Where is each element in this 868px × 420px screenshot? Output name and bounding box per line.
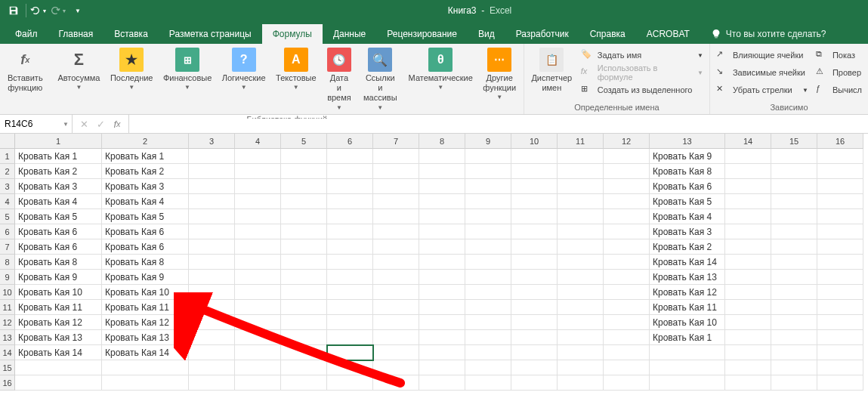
cell[interactable]: Кровать Кая 3 — [650, 224, 725, 239]
undo-button[interactable]: ▼ — [29, 2, 48, 19]
cell[interactable] — [235, 300, 281, 315]
cell[interactable] — [725, 224, 771, 239]
row-header[interactable]: 8 — [0, 255, 15, 270]
cell[interactable] — [327, 375, 373, 391]
cell[interactable] — [281, 285, 327, 300]
cell[interactable] — [189, 194, 235, 209]
use-in-formula-button[interactable]: fx Использовать в формуле ▼ — [578, 64, 706, 81]
cell[interactable] — [419, 164, 465, 179]
cell[interactable] — [511, 194, 558, 209]
column-header[interactable]: 10 — [511, 134, 558, 149]
cell[interactable] — [604, 315, 650, 330]
cell[interactable]: Кровать Кая 3 — [15, 179, 102, 194]
tab-developer[interactable]: Разработчик — [505, 24, 579, 44]
cell[interactable]: Кровать Кая 1 — [15, 149, 102, 164]
cell[interactable] — [102, 360, 189, 375]
cell[interactable] — [725, 285, 771, 300]
cell[interactable] — [771, 239, 817, 255]
cell[interactable]: Кровать Кая 10 — [102, 285, 189, 300]
name-manager-button[interactable]: 📋 Диспетчер имен — [527, 45, 576, 95]
cell[interactable] — [327, 149, 373, 164]
column-header[interactable]: 14 — [725, 134, 771, 149]
cell[interactable] — [558, 209, 604, 224]
cell[interactable] — [771, 179, 817, 194]
cell[interactable] — [558, 149, 604, 164]
cell[interactable] — [558, 360, 604, 375]
chevron-down-icon[interactable]: ▼ — [63, 121, 69, 128]
cell[interactable] — [725, 149, 771, 164]
cell[interactable]: Кровать Кая 9 — [102, 270, 189, 285]
cell[interactable] — [558, 345, 604, 360]
cell[interactable] — [373, 360, 419, 375]
cell[interactable] — [327, 179, 373, 194]
cell[interactable] — [465, 239, 511, 255]
cell[interactable] — [771, 209, 817, 224]
cell[interactable]: Кровать Кая 5 — [650, 194, 725, 209]
column-header[interactable]: 4 — [235, 134, 281, 149]
cell[interactable]: Кровать Кая 13 — [650, 270, 725, 285]
cell[interactable] — [235, 164, 281, 179]
cell[interactable] — [373, 345, 419, 360]
cell[interactable] — [604, 149, 650, 164]
cell[interactable] — [817, 300, 863, 315]
cell[interactable] — [465, 300, 511, 315]
cell[interactable] — [558, 224, 604, 239]
recent-functions-button[interactable]: ★ Последние▼ — [106, 45, 157, 93]
cell[interactable] — [725, 239, 771, 255]
cell[interactable] — [465, 149, 511, 164]
cell[interactable] — [102, 375, 189, 391]
text-button[interactable]: A Текстовые▼ — [271, 45, 320, 93]
cell[interactable]: Кровать Кая 11 — [15, 300, 102, 315]
cell[interactable] — [725, 209, 771, 224]
cell[interactable] — [511, 345, 558, 360]
cell[interactable] — [725, 375, 771, 391]
cell[interactable]: Кровать Кая 6 — [650, 179, 725, 194]
cell[interactable] — [419, 330, 465, 345]
remove-arrows-button[interactable]: ✕ Убрать стрелки ▼ — [713, 82, 811, 98]
insert-function-fx-button[interactable]: fx — [109, 116, 125, 131]
cell[interactable] — [373, 209, 419, 224]
cell[interactable] — [419, 209, 465, 224]
cell[interactable]: Кровать Кая 1 — [650, 330, 725, 345]
cell[interactable] — [817, 345, 863, 360]
cell[interactable]: Кровать Кая 4 — [102, 194, 189, 209]
cell[interactable] — [511, 330, 558, 345]
cell[interactable] — [189, 300, 235, 315]
cell[interactable] — [419, 239, 465, 255]
tab-layout[interactable]: Разметка страницы — [159, 24, 262, 44]
cell[interactable] — [817, 194, 863, 209]
cell[interactable] — [373, 270, 419, 285]
column-header[interactable]: 7 — [373, 134, 419, 149]
cell[interactable] — [189, 270, 235, 285]
row-header[interactable]: 16 — [0, 375, 15, 391]
column-header[interactable]: 13 — [650, 134, 725, 149]
column-header[interactable]: 6 — [327, 134, 373, 149]
cell[interactable] — [604, 300, 650, 315]
cell[interactable]: Кровать Кая 6 — [102, 239, 189, 255]
cell[interactable] — [373, 179, 419, 194]
cell[interactable]: Кровать Кая 2 — [15, 164, 102, 179]
cell[interactable] — [373, 164, 419, 179]
cell[interactable]: Кровать Кая 9 — [15, 270, 102, 285]
row-header[interactable]: 4 — [0, 194, 15, 209]
cell[interactable] — [558, 255, 604, 270]
cell[interactable] — [650, 345, 725, 360]
cell[interactable]: Кровать Кая 8 — [102, 255, 189, 270]
cell[interactable] — [235, 330, 281, 345]
cell[interactable] — [373, 300, 419, 315]
cell[interactable] — [281, 239, 327, 255]
cell[interactable] — [419, 360, 465, 375]
cell[interactable] — [327, 255, 373, 270]
cell[interactable] — [511, 300, 558, 315]
column-header[interactable]: 5 — [281, 134, 327, 149]
name-box[interactable]: ▼ — [0, 115, 73, 133]
cell[interactable] — [189, 255, 235, 270]
cell[interactable] — [465, 345, 511, 360]
column-header[interactable]: 1 — [15, 134, 102, 149]
cell[interactable] — [281, 255, 327, 270]
cell[interactable]: Кровать Кая 6 — [15, 224, 102, 239]
row-header[interactable]: 12 — [0, 315, 15, 330]
cell[interactable]: Кровать Кая 13 — [102, 330, 189, 345]
cell[interactable] — [281, 330, 327, 345]
cell[interactable] — [235, 360, 281, 375]
